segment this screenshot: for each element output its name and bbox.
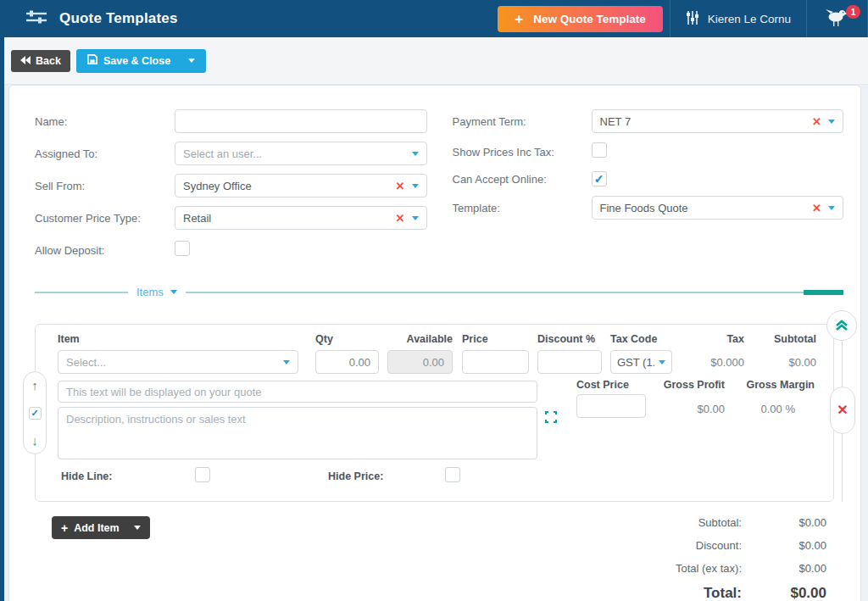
template-label: Template: xyxy=(453,202,592,214)
total-ex-tax-value: $0.00 xyxy=(742,562,826,575)
back-label: Back xyxy=(36,55,61,67)
sell-from-label: Sell From: xyxy=(35,180,175,192)
hide-price-label: Hide Price: xyxy=(328,470,383,482)
payment-term-select[interactable]: NET 7 ✕ xyxy=(592,109,844,133)
back-button[interactable]: Back xyxy=(11,50,70,72)
subtotal-value: $0.00 xyxy=(742,516,826,529)
clear-icon[interactable]: ✕ xyxy=(812,116,821,127)
discount-input[interactable] xyxy=(537,350,602,374)
divider-line xyxy=(35,292,128,293)
user-name: Kieren Le Cornu xyxy=(708,13,791,25)
name-input[interactable] xyxy=(175,109,427,133)
tax-code-select[interactable]: GST (1... xyxy=(610,350,672,374)
collapse-items-button[interactable] xyxy=(826,310,857,341)
item-row: Item Qty Available Price Discount % Tax … xyxy=(35,324,834,502)
item-select[interactable]: Select... xyxy=(58,350,298,374)
items-section-divider: Items xyxy=(35,286,843,298)
customer-price-type-select[interactable]: Retail ✕ xyxy=(175,206,427,230)
assigned-to-label: Assigned To: xyxy=(35,147,175,160)
qty-input[interactable] xyxy=(315,350,379,374)
field-customer-price-type: Customer Price Type: Retail ✕ xyxy=(35,206,427,230)
template-select[interactable]: Fine Foods Quote ✕ xyxy=(592,196,844,220)
caret-down-icon[interactable] xyxy=(170,290,177,294)
caret-down-icon[interactable] xyxy=(188,58,195,63)
tax-column-header: Tax xyxy=(726,333,744,345)
price-column-header: Price xyxy=(462,333,488,345)
items-row-wrap: Item Qty Available Price Discount % Tax … xyxy=(35,324,834,502)
tax-code-column-header: Tax Code xyxy=(610,333,657,345)
item-column-header: Item xyxy=(58,333,80,345)
rewind-icon xyxy=(20,55,31,67)
caret-down-icon[interactable] xyxy=(134,526,141,530)
field-allow-deposit: Allow Deposit: xyxy=(35,238,427,262)
allow-deposit-checkbox[interactable] xyxy=(175,241,190,256)
check-icon: ✓ xyxy=(594,173,604,185)
check-icon: ✓ xyxy=(31,409,38,418)
sell-from-select[interactable]: Sydney Office ✕ xyxy=(175,174,427,198)
save-close-button[interactable]: Save & Close xyxy=(76,49,206,73)
payment-term-label: Payment Term: xyxy=(453,115,592,128)
allow-deposit-label: Allow Deposit: xyxy=(35,244,175,257)
cost-price-input[interactable] xyxy=(576,394,646,418)
toolbar: Back Save & Close xyxy=(4,37,868,85)
field-name: Name: xyxy=(35,109,427,133)
payment-term-value: NET 7 xyxy=(600,115,806,128)
plus-icon: + xyxy=(515,12,523,26)
discount-column-header: Discount % xyxy=(537,333,595,345)
clear-icon[interactable]: ✕ xyxy=(396,213,405,224)
template-value: Fine Foods Quote xyxy=(600,202,806,214)
items-section-label[interactable]: Items xyxy=(136,286,164,298)
notification-badge: 1 xyxy=(846,5,860,19)
field-sell-from: Sell From: Sydney Office ✕ xyxy=(35,174,427,198)
can-accept-online-label: Can Accept Online: xyxy=(453,173,592,186)
grand-total-row: Total: $0.00 xyxy=(676,585,826,601)
show-prices-inc-tax-checkbox[interactable] xyxy=(592,142,607,158)
notifications-button[interactable]: 1 xyxy=(807,0,867,37)
gross-margin-value: 0.00 % xyxy=(761,403,795,415)
add-item-button[interactable]: + Add Item xyxy=(52,516,150,539)
caret-down-icon xyxy=(659,360,665,364)
available-column-header: Available xyxy=(387,333,453,345)
hide-line-checkbox[interactable] xyxy=(195,467,210,482)
expand-icon[interactable] xyxy=(545,411,557,426)
sliders-icon xyxy=(686,10,699,28)
assigned-to-placeholder: Select an user... xyxy=(183,147,405,160)
caret-down-icon xyxy=(412,216,419,220)
quote-templates-icon xyxy=(25,8,47,29)
display-text-input[interactable] xyxy=(58,381,537,403)
can-accept-online-checkbox[interactable]: ✓ xyxy=(592,171,607,186)
tax-value: $0.000 xyxy=(710,356,744,369)
discount-label: Discount: xyxy=(696,539,742,552)
discount-value: $0.00 xyxy=(742,539,826,552)
left-edge-strip xyxy=(0,0,4,601)
tax-code-value: GST (1... xyxy=(617,356,654,369)
double-chevron-up-icon xyxy=(834,319,849,332)
price-input[interactable] xyxy=(462,350,529,374)
description-textarea[interactable] xyxy=(58,407,537,459)
move-down-icon[interactable]: ↓ xyxy=(31,434,38,447)
caret-down-icon xyxy=(283,360,290,364)
clear-icon[interactable]: ✕ xyxy=(396,181,405,192)
move-up-icon[interactable]: ↑ xyxy=(31,379,38,392)
clear-icon[interactable]: ✕ xyxy=(812,203,821,214)
form-column-right: Payment Term: NET 7 ✕ Show Prices Inc Ta… xyxy=(453,109,844,270)
header-left: Quote Templates xyxy=(0,8,498,29)
name-label: Name: xyxy=(35,115,175,128)
gross-profit-label: Gross Profit xyxy=(664,379,725,391)
user-menu[interactable]: Kieren Le Cornu xyxy=(670,0,806,37)
save-icon xyxy=(87,54,97,67)
caret-down-icon xyxy=(828,120,835,124)
field-template: Template: Fine Foods Quote ✕ xyxy=(453,196,844,220)
new-quote-template-button[interactable]: + New Quote Template xyxy=(498,6,662,32)
gross-profit-value: $0.00 xyxy=(697,403,725,415)
cost-price-label: Cost Price xyxy=(576,379,629,391)
divider-accent xyxy=(804,290,843,295)
bottom-row: + Add Item Subtotal: $0.00 Discount: $0.… xyxy=(35,516,843,601)
caret-down-icon xyxy=(412,184,419,188)
row-select-checkbox[interactable]: ✓ xyxy=(29,407,42,420)
assigned-to-select[interactable]: Select an user... xyxy=(175,142,427,165)
bird-icon xyxy=(826,8,849,31)
customer-price-type-value: Retail xyxy=(183,212,389,225)
delete-row-button[interactable]: ✕ xyxy=(830,387,855,434)
hide-price-checkbox[interactable] xyxy=(445,467,460,482)
